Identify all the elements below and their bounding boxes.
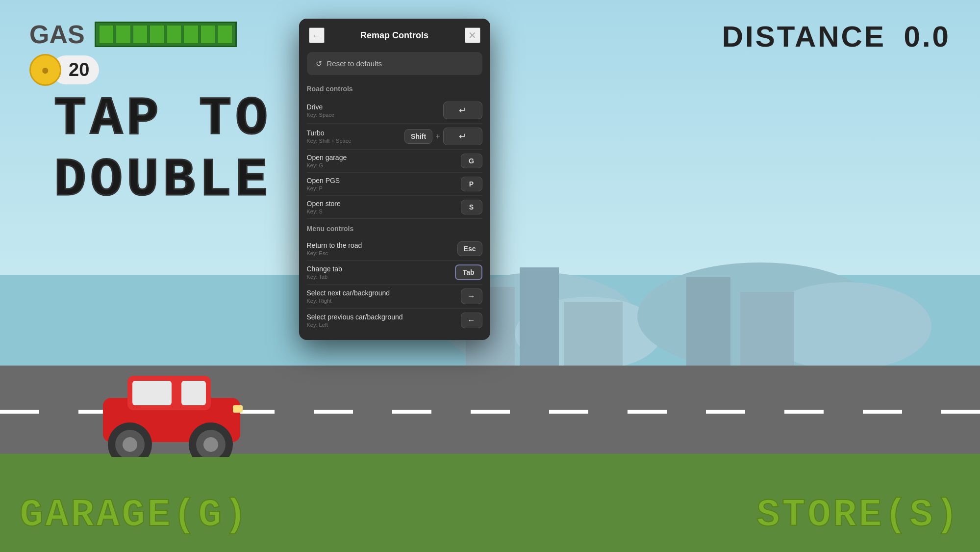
car [88,349,255,459]
drive-info: Drive Key: Space [307,103,334,118]
prev-car-keys: ← [461,313,482,328]
next-car-keys: → [461,289,482,304]
return-road-keys: Esc [457,241,482,256]
building-3 [564,302,623,366]
return-road-key-button[interactable]: Esc [457,241,482,256]
distance-label: DISTANCE [722,20,886,53]
hud-coins: ● 20 [29,54,99,86]
next-car-info: Select next car/background Key: Right [307,289,390,304]
open-garage-control-row: Open garage Key: G G [307,150,482,173]
close-icon: ✕ [468,29,477,41]
distance-value: 0.0 [904,20,951,53]
open-garage-info: Open garage Key: G [307,154,347,168]
gas-label: GAS [29,20,85,49]
open-store-control-row: Open store Key: S S [307,196,482,219]
store-label: STORE(S) [756,493,960,537]
change-tab-keys: Tab [455,264,482,280]
change-tab-name: Change tab [307,265,342,273]
garage-label: GARAGE(G) [20,493,249,537]
remap-controls-modal: ← Remap Controls ✕ ↺ Reset to defaults R… [299,19,490,340]
open-pgs-key-button[interactable]: P [461,177,482,191]
gas-seg-6 [183,25,199,44]
menu-controls-section-title: Menu controls [307,225,482,233]
building-4 [686,277,730,366]
game-background [0,0,980,552]
open-pgs-keys: P [461,177,482,191]
svg-rect-10 [233,405,243,413]
change-tab-info: Change tab Key: Tab [307,265,342,280]
turbo-name: Turbo [307,129,352,137]
drive-control-row: Drive Key: Space ↵ [307,98,482,124]
back-arrow-icon: ← [312,30,322,41]
svg-point-6 [123,437,137,452]
turbo-key-hint: Key: Shift + Space [307,138,352,144]
turbo-plus: + [435,132,440,141]
reset-to-defaults-button[interactable]: ↺ Reset to defaults [307,52,482,75]
gas-bar [95,22,237,47]
svg-rect-3 [132,381,172,405]
modal-title: Remap Controls [360,30,428,41]
turbo-info: Turbo Key: Shift + Space [307,129,352,144]
open-store-keys: S [461,200,482,214]
reset-icon: ↺ [316,59,322,68]
change-tab-key-button[interactable]: Tab [455,264,482,280]
svg-rect-2 [181,381,206,405]
open-pgs-name: Open PGS [307,177,340,184]
open-pgs-key-hint: Key: P [307,185,340,191]
gas-seg-1 [99,25,114,44]
return-road-info: Return to the road Key: Esc [307,241,362,256]
gas-seg-5 [167,25,182,44]
svg-point-9 [203,437,218,452]
turbo-control-row: Turbo Key: Shift + Space Shift + ↵ [307,124,482,150]
open-store-key-hint: Key: S [307,209,341,214]
open-pgs-info: Open PGS Key: P [307,177,340,191]
open-garage-key-hint: Key: G [307,162,347,168]
gas-seg-8 [217,25,232,44]
modal-close-button[interactable]: ✕ [465,27,480,43]
open-garage-keys: G [461,154,482,168]
gas-seg-4 [150,25,165,44]
change-tab-key-hint: Key: Tab [307,274,342,280]
building-5 [740,292,794,366]
next-car-key-hint: Key: Right [307,298,390,304]
return-road-name: Return to the road [307,241,362,249]
prev-car-key-hint: Key: Left [307,322,403,328]
building-2 [520,267,559,366]
next-car-key-button[interactable]: → [461,289,482,304]
open-garage-name: Open garage [307,154,347,161]
open-store-name: Open store [307,200,341,208]
prev-car-key-button[interactable]: ← [461,313,482,328]
modal-header: ← Remap Controls ✕ [299,19,490,52]
hud-gas: GAS [29,20,237,49]
modal-back-button[interactable]: ← [309,27,325,43]
drive-key-hint: Key: Space [307,112,334,118]
open-garage-key-button[interactable]: G [461,154,482,168]
open-store-key-button[interactable]: S [461,200,482,214]
modal-body: Road controls Drive Key: Space ↵ Turbo K… [299,83,490,340]
gas-seg-3 [133,25,148,44]
coin-icon: ● [29,54,61,86]
gas-seg-7 [201,25,216,44]
turbo-shift-key-button[interactable]: Shift [404,129,432,144]
prev-car-name: Select previous car/background [307,313,403,321]
turbo-space-key-button[interactable]: ↵ [443,128,482,145]
open-store-info: Open store Key: S [307,200,341,214]
drive-key-button[interactable]: ↵ [443,102,482,119]
road-controls-section-title: Road controls [307,85,482,93]
change-tab-control-row: Change tab Key: Tab Tab [307,261,482,285]
hud-distance: DISTANCE 0.0 [722,20,951,53]
drive-name: Drive [307,103,334,111]
next-car-name: Select next car/background [307,289,390,297]
next-car-control-row: Select next car/background Key: Right → [307,285,482,309]
open-pgs-control-row: Open PGS Key: P P [307,173,482,196]
return-road-key-hint: Key: Esc [307,250,362,256]
drive-keys: ↵ [443,102,482,119]
prev-car-info: Select previous car/background Key: Left [307,313,403,328]
reset-label: Reset to defaults [327,59,382,68]
gas-seg-2 [116,25,131,44]
prev-car-control-row: Select previous car/background Key: Left… [307,309,482,332]
turbo-keys: Shift + ↵ [404,128,482,145]
return-road-control-row: Return to the road Key: Esc Esc [307,237,482,261]
